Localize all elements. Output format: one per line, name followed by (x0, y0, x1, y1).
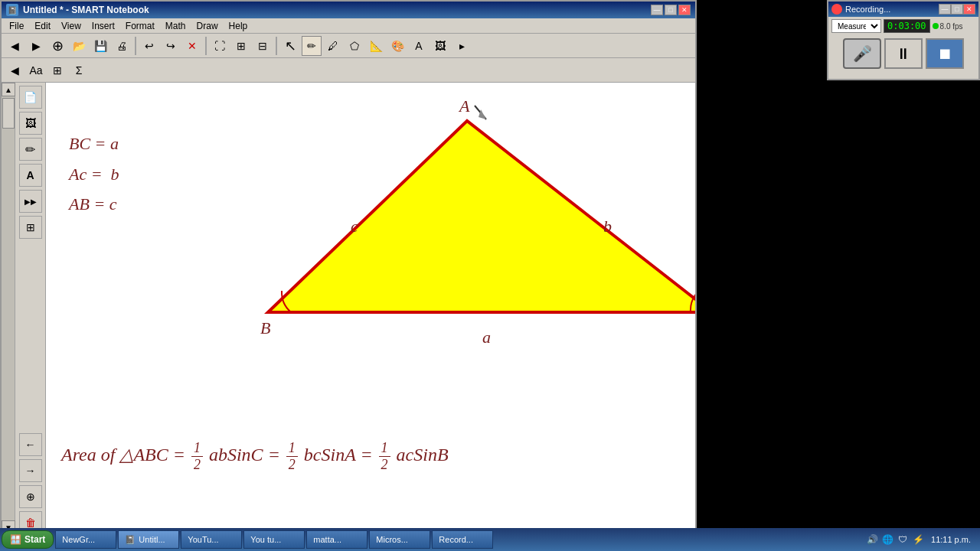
sidebar-text-button[interactable]: A (19, 164, 42, 187)
menu-view[interactable]: View (57, 20, 86, 32)
rec-fps: 8.0 fps (933, 22, 963, 31)
menu-insert[interactable]: Insert (87, 20, 119, 32)
sidebar-add-button[interactable]: ⊕ (19, 485, 42, 508)
recording-window: Recording... — □ ✕ Measure... 0:03:00 8.… (827, 0, 980, 80)
equations-panel: BC = a Ac = b AB = c (69, 129, 119, 220)
menu-draw[interactable]: Draw (192, 20, 223, 32)
tray-icon-3: 🛡 (896, 533, 910, 546)
rec-buttons-row: 🎤 ⏸ ⏹ (828, 35, 978, 72)
select-tool[interactable]: ↖ (280, 36, 300, 56)
rec-close[interactable]: ✕ (963, 4, 975, 15)
rec-stop-button[interactable]: ⏹ (926, 38, 964, 69)
rec-mode-dropdown[interactable]: Measure... (831, 19, 881, 33)
taskbar-item-youtube1[interactable]: YouTu... (181, 530, 242, 549)
sidebar-arrows-button[interactable]: ▶▶ (19, 190, 42, 213)
scroll-thumb[interactable] (2, 98, 15, 129)
pen-tool[interactable]: ✏ (302, 36, 322, 56)
rec-mic-button[interactable]: 🎤 (843, 38, 881, 69)
eq-ab: AB = c (69, 189, 119, 220)
eraser-tool[interactable]: ⬠ (345, 36, 364, 56)
sidebar-image-button[interactable]: 🖼 (19, 112, 42, 135)
rec-minimize[interactable]: — (939, 4, 951, 15)
start-label: Start (24, 534, 45, 545)
open-button[interactable]: 📂 (69, 36, 89, 56)
start-button[interactable]: 🪟 Start (2, 530, 54, 549)
taskbar: 🪟 Start NewGr... 📓Untitl... YouTu... You… (0, 528, 980, 551)
toolbar-1: ◀ ▶ ⊕ 📂 💾 🖨 ↩ ↪ ✕ ⛶ ⊞ ⊟ ↖ ✏ 🖊 ⬠ 📐 🎨 A 🖼 … (2, 34, 695, 58)
sidebar-prev-button[interactable]: ← (19, 433, 42, 456)
main-window: 📓 Untitled * - SMART Notebook — □ ✕ File… (0, 0, 697, 536)
sigma-button[interactable]: Σ (69, 60, 89, 80)
taskbar-item-youtube2[interactable]: You tu... (243, 530, 305, 549)
scroll-up-button[interactable]: ▲ (2, 83, 15, 96)
taskbar-item-micros[interactable]: Micros... (369, 530, 430, 549)
taskbar-item-untitled[interactable]: 📓Untitl... (118, 530, 179, 549)
text-tool[interactable]: Aa (26, 60, 46, 80)
rec-controls-row: Measure... 0:03:00 8.0 fps (828, 17, 978, 35)
taskbar-item-record[interactable]: Record... (432, 530, 493, 549)
triangle-svg: A B c c b a (260, 98, 695, 404)
more-button[interactable]: ▸ (452, 36, 472, 56)
save-button[interactable]: 💾 (90, 36, 110, 56)
menu-edit[interactable]: Edit (30, 20, 55, 32)
image-insert-button[interactable]: 🖼 (430, 36, 450, 56)
side-b-label: b (603, 217, 612, 236)
sidebar-page-button[interactable]: 📄 (19, 86, 42, 109)
rec-maximize[interactable]: □ (951, 4, 963, 15)
marker-tool[interactable]: 🖊 (323, 36, 343, 56)
taskbar-item-matta[interactable]: matta... (306, 530, 368, 549)
app-icon: 📓 (6, 4, 18, 16)
menu-math[interactable]: Math (161, 20, 191, 32)
fullscreen-button[interactable]: ⛶ (210, 36, 230, 56)
dual-screen-button[interactable]: ⊞ (231, 36, 251, 56)
minimize-button[interactable]: — (651, 5, 663, 15)
menu-file[interactable]: File (5, 20, 28, 32)
rec-timer: 0:03:00 (884, 19, 930, 33)
content-area: ▲ ▼ 📄 🖼 ✏ A ▶▶ ⊞ ← → ⊕ 🗑 (2, 83, 695, 534)
table-button[interactable]: ⊟ (253, 36, 273, 56)
vertex-a-label: A (458, 98, 470, 116)
canvas-area[interactable]: A B c c b a BC = a Ac = b AB = c Area of… (46, 83, 695, 534)
eq-bc: BC = a (69, 129, 119, 159)
maximize-button[interactable]: □ (665, 5, 677, 15)
separator-1 (135, 37, 136, 55)
fill-tool[interactable]: 🎨 (387, 36, 407, 56)
tray-icon-4: ⚡ (911, 533, 925, 546)
fps-value: 8.0 fps (940, 22, 963, 31)
redo-button[interactable]: ↪ (161, 36, 181, 56)
tray-icon-2: 🌐 (880, 533, 894, 546)
rec-title-bar: Recording... — □ ✕ (828, 2, 978, 17)
side-c-label: c (351, 217, 358, 236)
shape-tool[interactable]: 📐 (366, 36, 386, 56)
eq-ac: Ac = b (69, 159, 119, 190)
menu-help[interactable]: Help (224, 20, 253, 32)
close-button[interactable]: ✕ (678, 5, 691, 15)
window-title: Untitled * - SMART Notebook (23, 5, 651, 15)
tray-icon-1: 🔊 (865, 533, 879, 546)
area-formula: Area of △ABC = 1 2 abSinC = 1 2 bcSinA =… (54, 440, 688, 473)
text-color-button[interactable]: A (409, 36, 429, 56)
start-icon: 🪟 (10, 534, 21, 545)
taskbar-tray: 🔊 🌐 🛡 ⚡ 11:11 p.m. (865, 533, 978, 546)
undo-button[interactable]: ↩ (139, 36, 159, 56)
vertical-scrollbar[interactable]: ▲ ▼ (2, 83, 15, 534)
sidebar-grid-button[interactable]: ⊞ (19, 216, 42, 239)
taskbar-item-newgr[interactable]: NewGr... (55, 530, 116, 549)
rec-title: Recording... (845, 5, 939, 14)
grid-button[interactable]: ⊞ (47, 60, 67, 80)
menu-format[interactable]: Format (121, 20, 159, 32)
toolbar-2: ◀ Aa ⊞ Σ (2, 58, 695, 83)
fps-indicator (933, 23, 939, 29)
rec-pause-button[interactable]: ⏸ (884, 38, 923, 69)
sidebar-next-button[interactable]: → (19, 459, 42, 482)
delete-button[interactable]: ✕ (182, 36, 202, 56)
window-controls: — □ ✕ (651, 5, 691, 15)
sidebar-pen-button[interactable]: ✏ (19, 138, 42, 161)
left-sidebar: 📄 🖼 ✏ A ▶▶ ⊞ ← → ⊕ 🗑 (15, 83, 46, 534)
new-page-button[interactable]: ⊕ (47, 36, 67, 56)
forward-button[interactable]: ▶ (26, 36, 46, 56)
back-button[interactable]: ◀ (5, 36, 24, 56)
page-left-button[interactable]: ◀ (5, 60, 24, 80)
print-button[interactable]: 🖨 (112, 36, 132, 56)
scroll-track[interactable] (2, 96, 15, 520)
